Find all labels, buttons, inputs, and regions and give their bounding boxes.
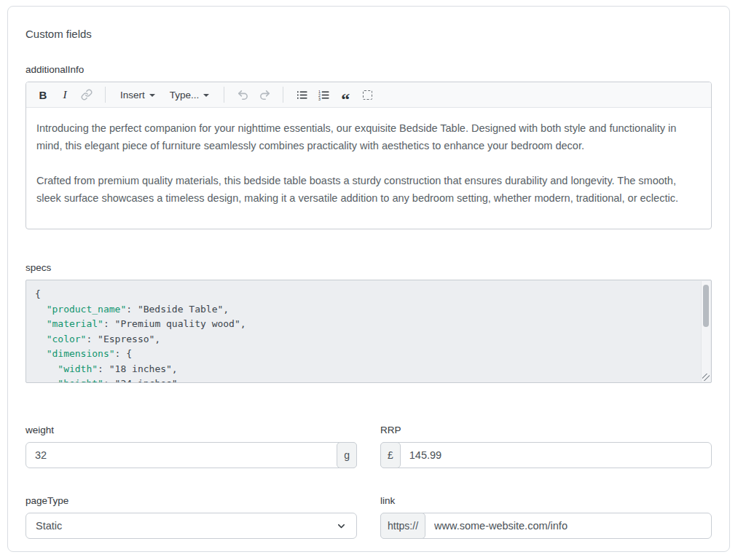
- rrp-currency-addon: £: [380, 442, 401, 468]
- additional-info-label: additionalInfo: [25, 64, 712, 75]
- specs-code: { "product_name": "Bedside Table", "mate…: [35, 287, 694, 383]
- numbered-list-icon: 1 2 3: [318, 89, 330, 101]
- chevron-down-icon: [203, 94, 209, 97]
- resize-grip-icon[interactable]: [702, 374, 710, 381]
- weight-unit-addon: g: [337, 442, 357, 468]
- dashed-box-button[interactable]: [358, 85, 377, 104]
- toolbar-divider: [224, 87, 224, 103]
- page-type-label: pageType: [25, 495, 357, 506]
- bullet-list-icon: [296, 89, 308, 101]
- rrp-input-group: £: [380, 442, 712, 468]
- weight-label: weight: [25, 425, 357, 435]
- weight-input-group: g: [25, 442, 357, 468]
- field-rrp: RRP £: [380, 425, 712, 468]
- blockquote-icon: “: [341, 95, 350, 103]
- field-link: link https://: [380, 495, 712, 539]
- bullet-list-button[interactable]: [292, 85, 311, 104]
- editor-toolbar: B I Insert: [26, 82, 711, 108]
- specs-textarea[interactable]: { "product_name": "Bedside Table", "mate…: [25, 280, 712, 383]
- field-additional-info: additionalInfo B I: [25, 64, 712, 229]
- editor-content[interactable]: Introducing the perfect companion for yo…: [26, 108, 711, 229]
- svg-text:3: 3: [318, 96, 321, 100]
- dashed-box-icon: [363, 90, 372, 100]
- link-protocol-addon: https://: [380, 513, 425, 539]
- link-button[interactable]: [77, 85, 96, 104]
- italic-button[interactable]: I: [55, 85, 74, 104]
- numbered-list-button[interactable]: 1 2 3: [314, 85, 333, 104]
- weight-input[interactable]: [26, 443, 337, 468]
- rich-text-editor: B I Insert: [25, 82, 712, 229]
- link-icon: [81, 89, 93, 100]
- undo-icon: [237, 89, 249, 101]
- bold-button[interactable]: B: [34, 85, 52, 104]
- section-title: Custom fields: [25, 28, 712, 40]
- link-label: link: [380, 495, 712, 506]
- insert-dropdown[interactable]: Insert: [114, 90, 161, 100]
- undo-button[interactable]: [233, 85, 252, 104]
- row-pagetype-link: pageType Static link https://: [25, 495, 712, 539]
- toolbar-divider: [283, 87, 283, 103]
- toolbar-divider: [105, 87, 106, 103]
- redo-button[interactable]: [255, 85, 274, 104]
- field-page-type: pageType Static: [25, 495, 357, 539]
- specs-scrollbar[interactable]: [701, 281, 710, 382]
- specs-label: specs: [25, 262, 712, 273]
- rrp-input[interactable]: [401, 443, 711, 468]
- chevron-down-icon: [336, 521, 347, 532]
- editor-paragraph: Crafted from premium quality materials, …: [36, 172, 701, 207]
- page-type-selected-value: Static: [36, 520, 62, 532]
- field-weight: weight g: [25, 425, 357, 468]
- link-input[interactable]: [425, 513, 711, 538]
- scrollbar-thumb[interactable]: [703, 285, 709, 327]
- custom-fields-card: Custom fields additionalInfo B I: [7, 6, 730, 552]
- link-input-group: https://: [380, 513, 712, 539]
- insert-dropdown-label: Insert: [120, 90, 145, 100]
- field-specs: specs { "product_name": "Bedside Table",…: [25, 262, 712, 383]
- row-weight-rrp: weight g RRP £: [25, 425, 712, 468]
- type-dropdown-label: Type...: [170, 90, 200, 100]
- type-dropdown[interactable]: Type...: [164, 90, 216, 100]
- blockquote-button[interactable]: “: [336, 85, 355, 104]
- rrp-label: RRP: [380, 425, 712, 435]
- redo-icon: [259, 89, 271, 101]
- screen: Custom fields additionalInfo B I: [0, 0, 738, 560]
- page-type-select[interactable]: Static: [25, 513, 357, 539]
- editor-paragraph: Introducing the perfect companion for yo…: [36, 119, 701, 154]
- chevron-down-icon: [149, 94, 155, 97]
